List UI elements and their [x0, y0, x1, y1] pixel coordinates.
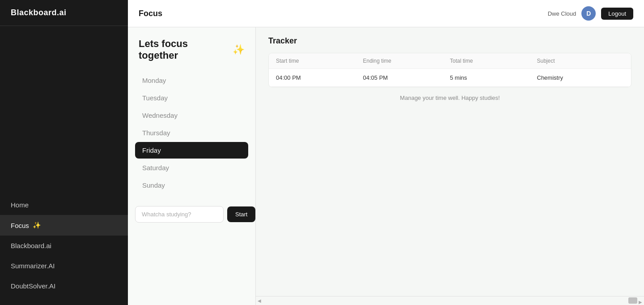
day-monday[interactable]: Monday	[135, 72, 248, 89]
cell-start-time: 04:00 PM	[276, 74, 363, 81]
table-row: 04:00 PM 04:05 PM 5 mins Chemistry	[269, 69, 631, 87]
focus-sparkle-icon: ✨	[33, 221, 41, 229]
header: Focus Dwe Cloud D Logout	[128, 0, 644, 27]
logout-button[interactable]: Logout	[601, 8, 633, 20]
scroll-left-icon[interactable]: ◀	[258, 298, 261, 303]
page-title: Focus	[139, 9, 162, 18]
day-saturday[interactable]: Saturday	[135, 159, 248, 176]
tracker-table: Start time Ending time Total time Subjec…	[268, 53, 631, 87]
sidebar-item-summarizer[interactable]: Summarizer.AI	[0, 256, 128, 276]
sidebar-nav: Home Focus ✨ Blackboard.ai Summarizer.AI…	[0, 195, 128, 305]
col-subject: Subject	[537, 58, 624, 64]
focus-heading-sparkle: ✨	[233, 44, 245, 56]
sidebar-item-label: Summarizer.AI	[11, 262, 55, 270]
sidebar-item-focus[interactable]: Focus ✨	[0, 215, 128, 236]
left-panel: Lets focus together ✨ Monday Tuesday Wed…	[128, 27, 256, 305]
cell-total-time: 5 mins	[450, 74, 537, 81]
header-right: Dwe Cloud D Logout	[548, 6, 633, 21]
sidebar-item-blackboard[interactable]: Blackboard.ai	[0, 236, 128, 256]
study-input[interactable]	[135, 206, 224, 223]
day-wednesday[interactable]: Wednesday	[135, 107, 248, 124]
day-friday[interactable]: Friday	[135, 142, 248, 159]
sidebar-item-home[interactable]: Home	[0, 195, 128, 215]
col-ending-time: Ending time	[363, 58, 450, 64]
focus-heading-text: Lets focus together	[139, 38, 229, 61]
username-label: Dwe Cloud	[548, 10, 576, 17]
cell-ending-time: 04:05 PM	[363, 74, 450, 81]
scroll-bottom-bar: ◀ ▶	[256, 296, 644, 305]
content-area: Lets focus together ✨ Monday Tuesday Wed…	[128, 27, 644, 305]
tracker-message: Manage your time well. Happy studies!	[256, 87, 644, 108]
tracker-table-header: Start time Ending time Total time Subjec…	[269, 53, 631, 69]
tracker-title: Tracker	[256, 27, 644, 53]
right-panel: Tracker Start time Ending time Total tim…	[256, 27, 644, 305]
sidebar-logo: Blackboard.ai	[0, 0, 128, 26]
avatar: D	[581, 6, 596, 21]
sidebar-item-label: Home	[11, 201, 29, 209]
logo-text: Blackboard.ai	[11, 8, 67, 17]
focus-heading: Lets focus together ✨	[128, 38, 255, 72]
sidebar-item-doubtsolverai[interactable]: DoubtSolver.AI	[0, 276, 128, 296]
day-tuesday[interactable]: Tuesday	[135, 90, 248, 106]
sidebar-item-label: Focus	[11, 222, 29, 229]
days-list: Monday Tuesday Wednesday Thursday Friday…	[128, 72, 255, 193]
sidebar-item-label: DoubtSolver.AI	[11, 282, 55, 290]
study-input-row: Start	[128, 206, 255, 223]
col-total-time: Total time	[450, 58, 537, 64]
main-container: Focus Dwe Cloud D Logout Lets focus toge…	[128, 0, 644, 305]
scroll-thumb[interactable]	[628, 297, 637, 304]
sidebar: Blackboard.ai Home Focus ✨ Blackboard.ai…	[0, 0, 128, 305]
cell-subject: Chemistry	[537, 74, 624, 81]
scroll-right-icon[interactable]: ▶	[628, 297, 642, 305]
sidebar-item-label: Blackboard.ai	[11, 242, 51, 249]
start-button[interactable]: Start	[227, 206, 255, 222]
day-thursday[interactable]: Thursday	[135, 125, 248, 141]
day-sunday[interactable]: Sunday	[135, 177, 248, 193]
col-start-time: Start time	[276, 58, 363, 64]
